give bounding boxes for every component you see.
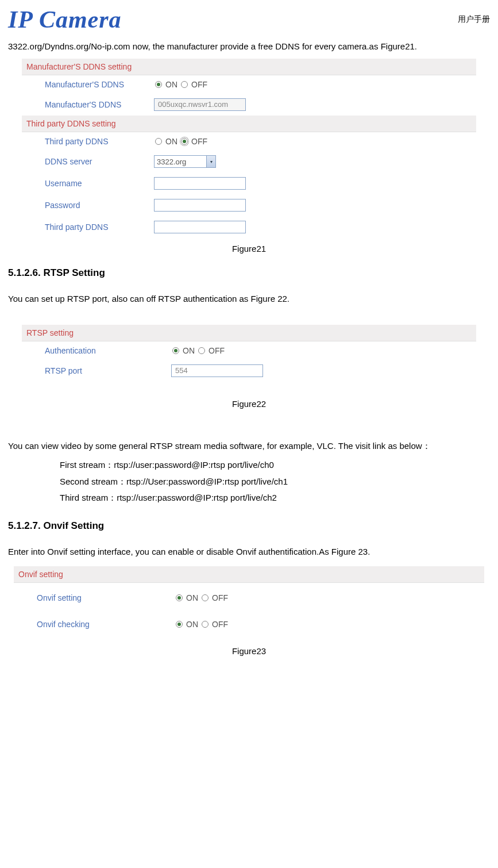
input-third-ddns[interactable] — [154, 221, 246, 233]
radio-third-ddns-on[interactable] — [155, 138, 162, 145]
radio-onvif-off[interactable] — [202, 594, 209, 601]
text-on: ON — [165, 80, 177, 89]
select-ddns-server[interactable]: 3322.org ▾ — [154, 155, 216, 168]
stream-first: First stream：rtsp://user:password@IP:rts… — [60, 457, 490, 474]
onvif-intro: Enter into Onvif setting interface, you … — [8, 543, 490, 560]
input-rtsp-port[interactable]: 554 — [171, 364, 263, 377]
label-username: Username — [45, 179, 154, 188]
figure-23: Onvif setting Onvif setting ON OFF Onvif… — [14, 566, 484, 636]
rtsp-intro: You can set up RTSP port, also can off R… — [8, 290, 490, 308]
row-ddns-server: DDNS server 3322.org ▾ — [22, 151, 476, 172]
ddns-manuf-section-header: Manufacturer'S DDNS setting — [22, 59, 476, 75]
input-password[interactable] — [154, 199, 246, 212]
onvif-section-header: Onvif setting — [14, 566, 484, 583]
radio-manuf-ddns-off[interactable] — [181, 81, 188, 88]
figure-22: RTSP setting Authentication ON OFF RTSP … — [22, 325, 476, 382]
row-onvif-checking: Onvif checking ON OFF — [14, 613, 484, 636]
label-password: Password — [45, 201, 154, 210]
text-on: ON — [186, 620, 198, 629]
label-onvif-checking: Onvif checking — [37, 620, 175, 629]
stream-second: Second stream：rtsp://User:password@IP:rt… — [60, 474, 490, 490]
label-rtsp-port: RTSP port — [45, 366, 171, 375]
label-manuf-ddns-host: Manufactuer'S DDNS — [45, 100, 154, 109]
radio-rtsp-auth-on[interactable] — [172, 347, 179, 354]
row-password: Password — [22, 194, 476, 216]
figure23-caption: Figure23 — [8, 646, 490, 656]
page-header: IP Camera 用户手册 — [8, 6, 490, 33]
input-username[interactable] — [154, 177, 246, 190]
header-cn-label: 用户手册 — [458, 14, 490, 25]
select-value: 3322.org — [157, 158, 186, 166]
radio-rtsp-auth-off[interactable] — [198, 347, 205, 354]
figure22-caption: Figure22 — [8, 399, 490, 409]
label-onvif-setting: Onvif setting — [37, 593, 175, 602]
figure-21: Manufacturer'S DDNS setting Manufacturer… — [22, 59, 476, 238]
input-manuf-ddns-host[interactable]: 005uxqc.nwsvr1.com — [154, 98, 246, 111]
radio-third-ddns-off[interactable] — [181, 138, 188, 145]
rtsp-section-header: RTSP setting — [22, 325, 476, 341]
section-rtsp-title: 5.1.2.6. RTSP Setting — [8, 267, 490, 279]
rtsp-stream-list: First stream：rtsp://user:password@IP:rts… — [60, 457, 490, 506]
stream-third: Third stream：rtsp://user:password@IP:rts… — [60, 490, 490, 506]
row-rtsp-auth: Authentication ON OFF — [22, 341, 476, 360]
radio-manuf-ddns-on[interactable] — [155, 81, 162, 88]
label-rtsp-auth: Authentication — [45, 346, 171, 355]
text-on: ON — [165, 137, 177, 146]
radio-onvif-on[interactable] — [176, 594, 183, 601]
label-manuf-ddns: Manufacturer'S DDNS — [45, 80, 154, 89]
row-third-ddns-2: Third party DDNS — [22, 216, 476, 238]
row-rtsp-port: RTSP port 554 — [22, 360, 476, 382]
radio-onvif-check-on[interactable] — [176, 621, 183, 628]
rtsp-links-intro: You can view video by some general RTSP … — [8, 437, 490, 455]
text-on: ON — [183, 346, 195, 355]
figure21-caption: Figure21 — [8, 244, 490, 254]
row-username: Username — [22, 172, 476, 194]
row-third-ddns-toggle: Third party DDNS ON OFF — [22, 132, 476, 151]
intro-paragraph: 3322.org/Dyndns.org/No-ip.com now, the m… — [8, 38, 490, 55]
text-on: ON — [186, 593, 198, 602]
label-ddns-server: DDNS server — [45, 157, 154, 166]
label-third-ddns: Third party DDNS — [45, 137, 154, 146]
text-off: OFF — [212, 593, 228, 602]
row-onvif-setting: Onvif setting ON OFF — [14, 583, 484, 613]
text-off: OFF — [191, 80, 207, 89]
ddns-third-section-header: Third party DDNS setting — [22, 116, 476, 132]
chevron-down-icon: ▾ — [206, 156, 215, 167]
section-onvif-title: 5.1.2.7. Onvif Setting — [8, 520, 490, 532]
label-third-ddns-2: Third party DDNS — [45, 222, 154, 232]
row-manuf-ddns-host: Manufactuer'S DDNS 005uxqc.nwsvr1.com — [22, 94, 476, 116]
logo: IP Camera — [8, 6, 122, 33]
row-manuf-ddns-toggle: Manufacturer'S DDNS ON OFF — [22, 75, 476, 94]
text-off: OFF — [212, 620, 228, 629]
text-off: OFF — [209, 346, 225, 355]
text-off: OFF — [191, 137, 207, 146]
radio-onvif-check-off[interactable] — [202, 621, 209, 628]
